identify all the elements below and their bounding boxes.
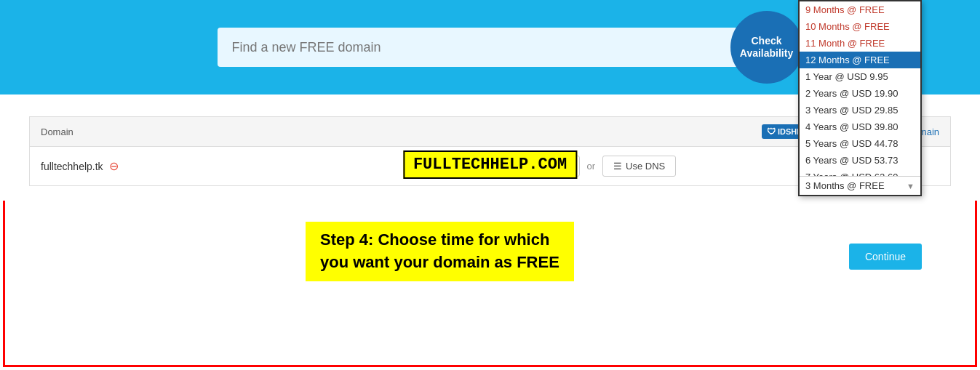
dropdown-item-2years[interactable]: 2 Years @ USD 19.90 <box>800 85 920 102</box>
dns-icon: ☰ <box>613 161 622 172</box>
dropdown-item-3years[interactable]: 3 Years @ USD 29.85 <box>800 102 920 118</box>
remove-icon[interactable]: ⊖ <box>109 159 119 173</box>
check-btn-text: Check Availability <box>740 35 793 60</box>
dropdown-item-12months[interactable]: 12 Months @ FREE <box>800 52 920 68</box>
dropdown-item-1year[interactable]: 1 Year @ USD 9.95 <box>800 68 920 85</box>
dropdown-item-5years[interactable]: 5 Years @ USD 44.78 <box>800 135 920 152</box>
continue-button[interactable]: Continue <box>849 244 922 270</box>
domain-column-header: Domain <box>41 126 754 137</box>
dropdown-chevron-icon: ▼ <box>907 182 915 190</box>
website-name: FULLTECHHELP.COM <box>413 156 567 174</box>
dropdown-item-10months[interactable]: 10 Months @ FREE <box>800 18 920 35</box>
dropdown-item-7years[interactable]: 7 Years @ USD 62.69 <box>800 169 920 176</box>
domain-name: fulltechhelp.tk ⊖ <box>41 159 186 173</box>
dropdown-item-9months[interactable]: 9 Months @ FREE <box>800 1 920 18</box>
dropdown-item-4years[interactable]: 4 Years @ USD 39.80 <box>800 118 920 135</box>
check-availability-button[interactable]: Check Availability <box>730 11 803 84</box>
search-input[interactable] <box>218 28 763 67</box>
dropdown-item-6years[interactable]: 6 Years @ USD 53.73 <box>800 152 920 169</box>
website-label: FULLTECHHELP.COM <box>403 150 577 179</box>
step-text-line2: you want your domain as FREE <box>320 252 559 274</box>
or-separator: or <box>587 161 596 172</box>
shield-icon: 🛡 <box>767 126 776 137</box>
use-dns-button[interactable]: ☰ Use DNS <box>602 156 676 177</box>
step-annotation-box: Step 4: Choose time for which you want y… <box>306 222 574 281</box>
dropdown-scroll-area[interactable]: 9 Months @ FREE 10 Months @ FREE 11 Mont… <box>800 1 920 176</box>
dropdown-item-11months[interactable]: 11 Month @ FREE <box>800 35 920 52</box>
step-text-line1: Step 4: Choose time for which <box>320 229 559 252</box>
search-container: Check Availability <box>218 28 763 67</box>
dropdown-current-value: 3 Months @ FREE <box>805 180 885 191</box>
dropdown-selected-value[interactable]: 3 Months @ FREE ▼ <box>800 176 920 195</box>
duration-dropdown[interactable]: 9 Months @ FREE 10 Months @ FREE 11 Mont… <box>798 0 922 196</box>
